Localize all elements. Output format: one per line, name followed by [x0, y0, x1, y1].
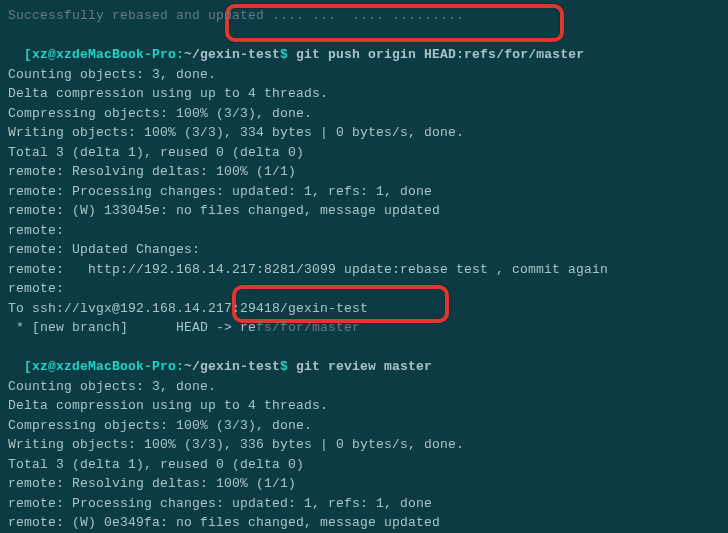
terminal-output: Counting objects: 3, done.: [8, 377, 720, 397]
terminal-output: remote:: [8, 221, 720, 241]
terminal-output: remote:: [8, 279, 720, 299]
terminal-output-faded: Successfully rebased and updated .... ..…: [8, 6, 720, 26]
terminal-output: remote: Updated Changes:: [8, 240, 720, 260]
terminal-output: Delta compression using up to 4 threads.: [8, 396, 720, 416]
terminal-output: Compressing objects: 100% (3/3), done.: [8, 104, 720, 124]
terminal-output: To ssh://lvgx@192.168.14.217:29418/gexin…: [8, 299, 720, 319]
terminal-output: Writing objects: 100% (3/3), 336 bytes |…: [8, 435, 720, 455]
user-host: xz@xzdeMacBook-Pro:: [32, 359, 184, 374]
prompt-dollar: $: [280, 359, 296, 374]
terminal-output: Delta compression using up to 4 threads.: [8, 84, 720, 104]
terminal-output: remote: (W) 133045e: no files changed, m…: [8, 201, 720, 221]
terminal-output: * [new branch] HEAD -> refs/for/master: [8, 318, 720, 338]
terminal-output: remote: Processing changes: updated: 1, …: [8, 182, 720, 202]
cwd-path: ~/gexin-test: [184, 359, 280, 374]
terminal-output: remote: Resolving deltas: 100% (1/1): [8, 162, 720, 182]
terminal-output: Counting objects: 3, done.: [8, 65, 720, 85]
user-host: xz@xzdeMacBook-Pro:: [32, 47, 184, 62]
cwd-path: ~/gexin-test: [184, 47, 280, 62]
prompt-dollar: $: [280, 47, 296, 62]
command-text: git push origin HEAD:refs/for/master: [296, 47, 584, 62]
terminal-output: remote: Resolving deltas: 100% (1/1): [8, 474, 720, 494]
command-text: git review master: [296, 359, 432, 374]
bracket-open: [: [24, 47, 32, 62]
prompt-line-1[interactable]: [xz@xzdeMacBook-Pro:~/gexin-test$ git pu…: [8, 26, 720, 65]
terminal-output: Total 3 (delta 1), reused 0 (delta 0): [8, 455, 720, 475]
terminal-output: remote: http://192.168.14.217:8281/3099 …: [8, 260, 720, 280]
terminal-output: Total 3 (delta 1), reused 0 (delta 0): [8, 143, 720, 163]
terminal-output: remote: Processing changes: updated: 1, …: [8, 494, 720, 514]
bracket-open: [: [24, 359, 32, 374]
prompt-line-2[interactable]: [xz@xzdeMacBook-Pro:~/gexin-test$ git re…: [8, 338, 720, 377]
terminal-output: Compressing objects: 100% (3/3), done.: [8, 416, 720, 436]
terminal-output: Writing objects: 100% (3/3), 334 bytes |…: [8, 123, 720, 143]
terminal-output: remote: (W) 0e349fa: no files changed, m…: [8, 513, 720, 533]
